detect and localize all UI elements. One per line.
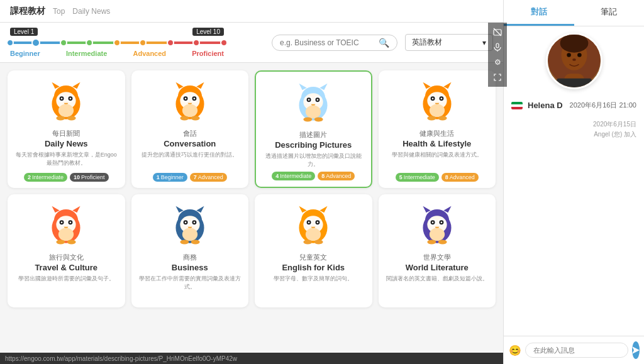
level-section: Level 1 Level 10 Beginner [0,23,503,63]
svg-marker-18 [196,82,204,89]
header-sep: Top [53,7,65,16]
svg-marker-62 [52,206,60,212]
svg-rect-122 [496,43,499,48]
card-title-zh: 商務 [183,253,197,262]
svg-point-58 [427,116,436,120]
status-url: https://engoo.com.tw/app/materials/descr… [5,355,237,362]
svg-point-128 [577,53,582,57]
svg-point-103 [304,240,313,245]
card-title-en: Daily News [45,139,88,148]
svg-marker-77 [175,206,183,212]
dot-8 [192,39,200,47]
svg-marker-32 [299,84,307,90]
svg-marker-132 [632,346,640,354]
tab-dialog[interactable]: 對話 [504,0,574,26]
svg-point-7 [61,97,63,99]
course-card[interactable]: 健康與生活 Health & Lifestyle 學習與健康相關的詞彙及表達方式… [379,70,496,188]
svg-point-59 [438,116,447,120]
header-nav-daily[interactable]: Daily News [72,7,110,16]
svg-point-102 [306,228,321,241]
svg-marker-92 [299,206,307,212]
card-tag: 4 Intermediate [272,172,315,180]
search-input[interactable] [280,38,379,47]
svg-marker-48 [443,82,451,89]
course-card[interactable]: 會話 Conversation 提升您的溝通技巧以進行更佳的對話。 1 Begi… [131,70,249,188]
dot-9 [220,39,228,47]
card-title-en: Conversation [164,139,216,148]
card-title-zh: 世界文學 [423,253,451,262]
course-card[interactable]: 兒童英文 English for Kids 學習字母、數字及簡單的詞句。 [255,194,372,307]
course-card[interactable]: 商務 Business 學習在工作中所需要的實用詞彙及表達方式。 [131,194,249,307]
settings-icon[interactable]: ⚙ [491,55,504,69]
tutor-time: 2020年6月16日 21:00 [570,101,636,110]
level-end-badge: Level 10 [192,28,224,36]
svg-point-12 [58,104,74,117]
svg-point-27 [182,104,197,117]
level-labels-top: Level 1 Level 10 [10,28,224,36]
card-title-zh: 描述圖片 [299,130,327,140]
svg-point-100 [317,222,319,224]
card-tag: 2 Intermediate [24,173,67,182]
svg-point-74 [67,240,76,245]
svg-marker-108 [443,206,451,212]
card-tags: 4 Intermediate8 Advanced [272,172,355,180]
svg-point-117 [430,228,445,241]
card-image [165,78,215,125]
svg-point-42 [306,105,321,118]
svg-point-43 [304,117,313,121]
card-title-zh: 健康與生活 [419,129,454,138]
svg-point-118 [427,240,436,245]
svg-point-89 [191,240,199,245]
tutor-avatar [546,33,602,89]
svg-point-70 [70,222,72,224]
right-panel: 對話 筆記 [503,0,644,364]
card-title-en: Business [172,263,208,272]
card-title-zh: 會話 [183,129,197,138]
svg-point-88 [180,240,189,245]
level-labels-bottom: Beginner Intermediate Advanced Proficien… [10,50,224,57]
card-tag: 1 Beginner [153,173,187,182]
svg-marker-2 [52,82,60,89]
send-button[interactable] [632,341,640,359]
card-image [412,202,462,249]
emoji-button[interactable]: 😊 [509,345,521,356]
dot-6 [139,39,147,47]
chat-history: 2020年6月15日 Angel (您) 加入 [504,115,644,336]
card-desc: 提升您的溝通技巧以進行更佳的對話。 [142,151,238,169]
svg-point-119 [438,240,447,245]
card-image [41,78,91,125]
flag-icon [511,102,523,109]
course-card[interactable]: 描述圖片 Describing Pictures 透過描述圖片以增加您的詞彙及口… [255,70,372,188]
dot-1 [6,39,14,47]
mic-icon[interactable] [491,40,504,54]
card-title-zh: 兒童英文 [299,253,327,262]
svg-marker-3 [73,82,80,89]
tab-notes[interactable]: 筆記 [574,0,645,26]
icon-strip: ⚙ [488,23,507,87]
search-icon: 🔍 [379,38,389,48]
card-tag: 8 Advanced [441,173,479,182]
svg-point-97 [308,222,310,224]
chat-input-row: 😊 [504,336,644,364]
course-card[interactable]: 世界文學 World Literature 閱讀著名的英文書籍、戲劇及短篇小說。 [379,194,496,307]
svg-point-55 [440,97,442,99]
course-card[interactable]: 旅行與文化 Travel & Culture 學習出國旅遊時所需要的詞彙及句子。 [8,194,125,307]
card-title-en: Travel & Culture [35,263,97,272]
chat-date: 2020年6月15日 [511,120,636,129]
chat-input[interactable] [525,343,628,358]
subject-dropdown[interactable]: 英語教材 ▾ [405,34,493,51]
svg-marker-33 [320,84,328,90]
course-card[interactable]: 每日新聞 Daily News 每天皆會根據時事來新增文章，是Engoo最熱門的… [8,70,125,188]
svg-point-10 [70,97,72,99]
search-box[interactable]: 🔍 [272,35,397,51]
label-intermediate: Intermediate [66,50,107,57]
camera-off-icon[interactable] [491,25,504,39]
expand-icon[interactable] [491,70,504,84]
card-title-en: Describing Pictures [275,140,352,150]
svg-point-87 [182,228,197,241]
status-bar: https://engoo.com.tw/app/materials/descr… [0,353,503,364]
card-title-en: Health & Lifestyle [402,139,471,148]
svg-marker-63 [73,206,80,212]
label-advanced: Advanced [133,50,166,57]
card-title-en: English for Kids [282,263,345,272]
